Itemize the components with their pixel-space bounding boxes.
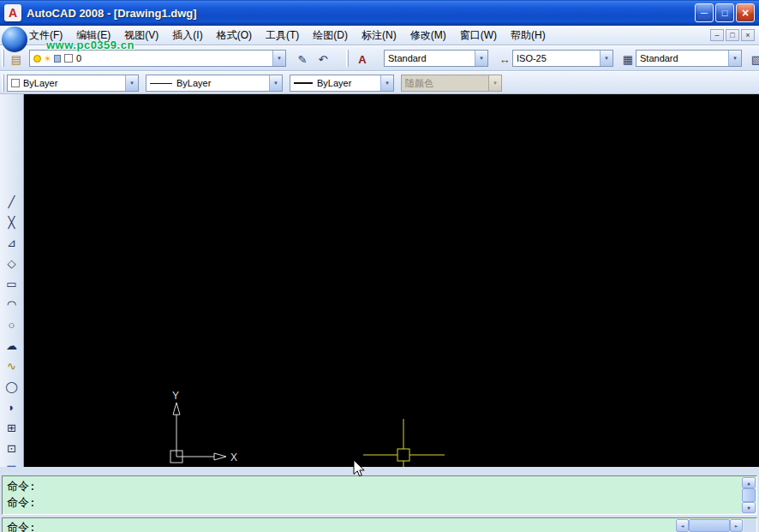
- menu-window[interactable]: 窗口(W): [453, 26, 504, 45]
- layer-name-value: 0: [76, 53, 272, 63]
- command-prompt-text: 命令:: [7, 521, 36, 532]
- menu-draw[interactable]: 绘图(D): [306, 26, 355, 45]
- text-style-combo[interactable]: Standard ▼: [384, 50, 488, 67]
- scroll-up-button[interactable]: ▲: [742, 477, 756, 488]
- scroll-down-button[interactable]: ▼: [742, 502, 756, 513]
- table-style-button[interactable]: ▦: [619, 50, 637, 69]
- menu-format[interactable]: 格式(O): [210, 26, 259, 45]
- linetype-control-combo[interactable]: ByLayer ▼: [146, 75, 283, 92]
- dim-style-dropdown[interactable]: ▼: [600, 51, 613, 66]
- layer-properties-button[interactable]: ▤: [7, 50, 26, 69]
- layer-on-icon: [33, 55, 41, 63]
- table-style-dropdown[interactable]: ▼: [728, 51, 741, 66]
- scrollbar-corner: [744, 519, 756, 532]
- ellipse-icon: ◯: [5, 380, 18, 393]
- plot-style-combo: 随颜色 ▼: [401, 75, 502, 92]
- maximize-button[interactable]: □: [715, 3, 734, 22]
- lineweight-dropdown[interactable]: ▼: [380, 75, 393, 91]
- mdi-close-button[interactable]: ×: [741, 29, 755, 41]
- scroll-left-icon: ◄: [681, 523, 684, 529]
- draw-tool-polyline-button[interactable]: ⊿: [2, 233, 21, 252]
- layer-freeze-icon: ☀: [44, 54, 51, 63]
- autocad-app-icon[interactable]: A: [4, 4, 21, 21]
- lineweight-value: ByLayer: [317, 78, 380, 88]
- drawing-canvas[interactable]: Y X: [24, 94, 759, 467]
- scroll-right-icon: ►: [735, 523, 738, 529]
- draw-tool-insert-block-button[interactable]: ⊞: [2, 418, 21, 437]
- draw-tool-construction-line-button[interactable]: ╳: [2, 212, 21, 231]
- chevron-down-icon: ▼: [129, 81, 134, 86]
- chevron-down-icon: ▼: [273, 81, 278, 86]
- title-bar: A AutoCAD 2008 - [Drawing1.dwg] ─ □ ×: [0, 0, 759, 26]
- layer-previous-button[interactable]: ↶: [314, 50, 332, 69]
- menu-modify[interactable]: 修改(M): [403, 26, 453, 45]
- mouse-pointer-icon: [353, 459, 367, 480]
- chevron-down-icon: ▼: [604, 56, 609, 61]
- autocad-window: A AutoCAD 2008 - [Drawing1.dwg] ─ □ × 文件…: [0, 0, 759, 532]
- layer-combo[interactable]: ☀ 0 ▼: [29, 50, 286, 67]
- polyline-icon: ⊿: [7, 236, 16, 249]
- linetype-dropdown[interactable]: ▼: [269, 75, 282, 91]
- command-history[interactable]: 命令: 命令: ▲ ▼: [2, 475, 757, 515]
- partial-tool-icon: ▧: [751, 53, 759, 66]
- draw-tool-line-button[interactable]: ╱: [2, 192, 21, 211]
- make-object-layer-current-button[interactable]: ✎: [293, 50, 312, 69]
- circle-icon: ○: [9, 319, 15, 332]
- command-hscrollbar[interactable]: ◄ ►: [676, 519, 743, 532]
- layer-color-swatch: [64, 54, 73, 63]
- color-value: ByLayer: [23, 78, 125, 88]
- toolbar-grip[interactable]: [2, 50, 4, 67]
- close-button[interactable]: ×: [736, 3, 755, 22]
- hscroll-thumb[interactable]: [689, 519, 730, 532]
- draw-tool-ellipse-arc-button[interactable]: ◗: [2, 398, 21, 416]
- mdi-restore-button[interactable]: □: [726, 29, 739, 41]
- draw-tool-spline-button[interactable]: ∿: [2, 356, 21, 375]
- command-window: 命令: 命令: ▲ ▼ 命令: ◄ ►: [0, 467, 759, 532]
- draw-tool-arc-button[interactable]: ◠: [2, 295, 21, 314]
- insert-block-icon: ⊞: [7, 421, 16, 434]
- draw-tool-rectangle-button[interactable]: ▭: [2, 274, 21, 293]
- command-history-line: 命令:: [7, 478, 752, 494]
- menu-tools[interactable]: 工具(T): [259, 26, 306, 45]
- command-history-line: 命令:: [7, 494, 752, 511]
- toolbar-grip[interactable]: [2, 75, 4, 92]
- ellipse-arc-icon: ◗: [9, 401, 15, 414]
- partial-toolbar-button[interactable]: ▧: [747, 50, 759, 69]
- draw-tool-revision-cloud-button[interactable]: ☁: [2, 336, 21, 355]
- menu-dimension[interactable]: 标注(N): [355, 26, 403, 45]
- layer-manager-icon: ▤: [11, 53, 21, 66]
- minimize-button[interactable]: ─: [695, 3, 714, 22]
- layer-combo-dropdown[interactable]: ▼: [272, 51, 285, 66]
- plot-style-dropdown: ▼: [488, 75, 501, 91]
- text-style-icon: A: [358, 53, 366, 66]
- command-prompt[interactable]: 命令: ◄ ►: [2, 517, 757, 532]
- lineweight-control-combo[interactable]: ByLayer ▼: [290, 75, 394, 92]
- crosshair-cursor: [363, 419, 445, 467]
- color-control-combo[interactable]: ByLayer ▼: [7, 75, 139, 92]
- linetype-value: ByLayer: [176, 78, 269, 88]
- line-icon: ╱: [9, 195, 15, 208]
- menu-help[interactable]: 帮助(H): [504, 26, 553, 45]
- draw-tool-polygon-button[interactable]: ◇: [2, 254, 21, 272]
- chevron-down-icon: ▼: [277, 56, 282, 61]
- text-style-dropdown[interactable]: ▼: [475, 51, 487, 66]
- draw-tool-circle-button[interactable]: ○: [2, 315, 21, 334]
- autocad-logo-letter: A: [9, 6, 17, 20]
- text-style-button[interactable]: A: [353, 50, 372, 69]
- scroll-left-button[interactable]: ◄: [676, 519, 689, 532]
- polygon-icon: ◇: [8, 257, 16, 270]
- scroll-right-button[interactable]: ►: [730, 519, 743, 532]
- draw-tool-make-block-button[interactable]: ⊡: [2, 439, 21, 457]
- draw-tool-ellipse-button[interactable]: ◯: [2, 377, 21, 396]
- mdi-minimize-button[interactable]: –: [710, 29, 724, 41]
- ucs-icon: [170, 403, 226, 463]
- draw-toolbar: ╱ ╳ ⊿ ◇ ▭ ◠ ○ ☁ ∿ ◯ ◗ ⊞ ⊡ ▨ ▩ ▣ ▤ A: [0, 94, 24, 467]
- table-style-combo[interactable]: Standard ▼: [636, 50, 742, 67]
- layer-previous-icon: ↶: [319, 53, 328, 66]
- dim-style-combo[interactable]: ISO-25 ▼: [512, 50, 613, 67]
- toolbar-grip[interactable]: [346, 50, 349, 67]
- color-dropdown[interactable]: ▼: [125, 75, 138, 91]
- command-vscrollbar[interactable]: ▲ ▼: [742, 477, 756, 513]
- dim-style-button[interactable]: ↔: [495, 50, 514, 69]
- menu-insert[interactable]: 插入(I): [165, 26, 209, 45]
